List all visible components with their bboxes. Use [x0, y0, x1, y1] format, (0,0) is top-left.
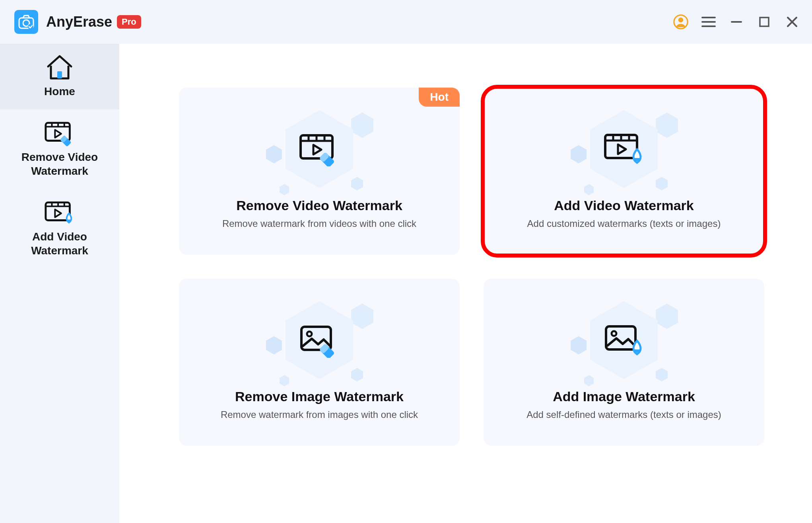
video-erase-icon	[43, 120, 76, 147]
image-drop-icon	[602, 322, 646, 358]
home-icon	[43, 54, 76, 81]
app-logo	[14, 10, 38, 34]
svg-point-42	[612, 331, 616, 336]
card-subtitle: Remove watermark from images with one cl…	[221, 409, 418, 420]
card-title: Remove Image Watermark	[235, 389, 404, 404]
card-subtitle: Add self-defined watermarks (texts or im…	[526, 409, 721, 420]
hot-badge: Hot	[419, 88, 460, 107]
minimize-button[interactable]	[728, 14, 744, 30]
sidebar-item-label: Add Video Watermark	[31, 230, 88, 258]
close-button[interactable]	[784, 14, 800, 30]
card-title: Add Video Watermark	[554, 198, 694, 213]
card-add-video-watermark[interactable]: Add Video Watermark Add customized water…	[484, 88, 764, 255]
main-area: Hot	[119, 44, 812, 523]
card-visual	[572, 109, 676, 189]
account-icon[interactable]	[673, 14, 689, 30]
card-visual	[268, 109, 371, 189]
svg-rect-9	[760, 18, 769, 26]
menu-icon[interactable]	[701, 14, 717, 30]
svg-point-38	[307, 332, 312, 336]
card-remove-video-watermark[interactable]: Hot	[179, 88, 460, 255]
card-visual	[572, 301, 676, 380]
card-subtitle: Remove watermark from videos with one cl…	[222, 218, 416, 229]
card-title: Add Image Watermark	[553, 389, 695, 404]
app-title: AnyErase	[46, 14, 112, 30]
sidebar-item-label: Remove Video Watermark	[21, 150, 98, 178]
maximize-button[interactable]	[756, 14, 772, 30]
video-erase-icon	[297, 132, 341, 166]
window-controls	[673, 14, 800, 30]
card-add-image-watermark[interactable]: Add Image Watermark Add self-defined wat…	[484, 279, 764, 446]
card-visual	[268, 301, 371, 380]
pro-badge: Pro	[117, 15, 141, 29]
video-drop-icon	[602, 132, 646, 167]
card-title: Remove Video Watermark	[236, 198, 402, 213]
card-subtitle: Add customized watermarks (texts or imag…	[527, 218, 721, 229]
sidebar-item-home[interactable]: Home	[0, 44, 119, 109]
svg-point-4	[678, 18, 683, 22]
svg-rect-12	[57, 71, 62, 78]
sidebar: Home Remove Video Watermark	[0, 44, 119, 523]
image-erase-icon	[297, 323, 341, 358]
title-bar: AnyErase Pro	[0, 0, 812, 44]
video-drop-icon	[43, 199, 76, 226]
sidebar-item-add-video[interactable]: Add Video Watermark	[0, 189, 119, 269]
card-remove-image-watermark[interactable]: Remove Image Watermark Remove watermark …	[179, 279, 460, 446]
sidebar-item-label: Home	[44, 84, 75, 98]
camera-icon	[18, 15, 34, 29]
sidebar-item-remove-video[interactable]: Remove Video Watermark	[0, 109, 119, 189]
svg-rect-41	[606, 326, 635, 349]
